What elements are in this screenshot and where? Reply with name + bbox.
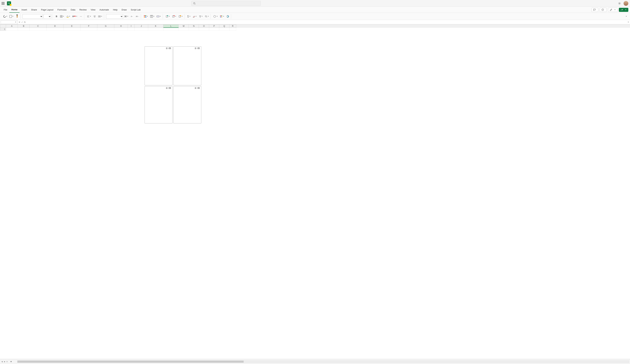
ribbon-tab-insert[interactable]: Insert — [20, 7, 29, 13]
multiselect-icon[interactable]: ☰ — [195, 47, 196, 50]
ribbon-expand-button[interactable]: ▼ — [624, 14, 628, 18]
ribbon-tab-help[interactable]: Help — [111, 7, 120, 13]
slicer-customergroup[interactable]: ☰⌫ — [173, 46, 201, 85]
undo-button[interactable]: ▼ — [3, 14, 8, 18]
ribbon-tab-page-layout[interactable]: Page Layout — [39, 7, 55, 13]
col-header-R[interactable]: R — [230, 24, 236, 28]
autosum-button[interactable]: Σ▼ — [186, 14, 191, 18]
cell[interactable] — [18, 28, 30, 31]
clear-button[interactable]: ▼ — [192, 14, 198, 18]
cell[interactable] — [128, 28, 134, 31]
col-header-M[interactable]: M — [178, 24, 189, 28]
sort-filter-button[interactable]: ▼ — [198, 14, 204, 18]
format-painter-button[interactable] — [15, 14, 19, 18]
addins-button[interactable]: ▼ — [219, 14, 225, 18]
cell[interactable] — [80, 28, 97, 31]
comments-button[interactable] — [592, 8, 598, 12]
ribbon-tab-data[interactable]: Data — [69, 7, 77, 13]
clear-filter-icon[interactable]: ⌫ — [197, 87, 200, 89]
col-header-E[interactable]: E — [64, 24, 80, 28]
ribbon-tab-home[interactable]: Home — [9, 7, 20, 13]
multiselect-icon[interactable]: ☰ — [166, 47, 168, 50]
sensitivity-button[interactable]: ▼ — [213, 14, 218, 18]
clear-filter-icon[interactable]: ⌫ — [168, 47, 171, 50]
search-box[interactable] — [191, 1, 261, 6]
user-avatar[interactable] — [624, 1, 628, 6]
col-header-Q[interactable]: Q — [219, 24, 230, 28]
multiselect-icon[interactable]: ☰ — [195, 87, 196, 89]
prev-sheet-icon[interactable]: ◄ — [1, 360, 3, 363]
ribbon-tab-automate[interactable]: Automate — [98, 7, 111, 13]
cell[interactable] — [164, 28, 178, 31]
cell[interactable] — [178, 28, 189, 31]
align-button[interactable]: ▼ — [86, 14, 92, 18]
app-launcher-icon[interactable] — [2, 2, 4, 5]
col-header-N[interactable]: N — [189, 24, 199, 28]
copilot-button[interactable] — [226, 14, 230, 18]
cell[interactable] — [189, 28, 199, 31]
ribbon-tab-script-lab[interactable]: Script Lab — [129, 7, 143, 13]
ribbon-tab-draw[interactable]: Draw — [120, 7, 129, 13]
decrease-decimal-button[interactable]: .0← — [130, 14, 134, 18]
col-header-H[interactable]: H — [114, 24, 128, 28]
all-sheets-icon[interactable]: ≡ — [6, 360, 8, 363]
cell[interactable] — [30, 28, 46, 31]
horizontal-scrollbar[interactable] — [17, 360, 629, 363]
fill-color-button[interactable]: ▼ — [66, 14, 71, 18]
wrap-text-button[interactable] — [92, 14, 97, 18]
cell[interactable] — [64, 28, 80, 31]
settings-icon[interactable] — [618, 2, 621, 5]
col-header-B[interactable]: B — [18, 24, 30, 28]
ribbon-tab-review[interactable]: Review — [77, 7, 89, 13]
name-box[interactable]: ▼ — [1, 20, 18, 24]
col-header-C[interactable]: C — [30, 24, 46, 28]
ribbon-tab-file[interactable]: File — [2, 7, 9, 13]
col-header-O[interactable]: O — [199, 24, 209, 28]
ribbon-tab-view[interactable]: View — [89, 7, 98, 13]
bold-button[interactable]: B — [54, 14, 59, 18]
cell[interactable] — [46, 28, 64, 31]
spreadsheet-grid[interactable]: ABCDEFGHIJKLMNOPQR 1 ☰⌫ ☰⌫ ☰⌫ ☰⌫ — [0, 24, 630, 359]
expand-formula-icon[interactable]: ▼ — [626, 21, 630, 23]
borders-button[interactable]: ▼ — [60, 14, 65, 18]
ribbon-tab-share[interactable]: Share — [29, 7, 39, 13]
share-button[interactable]: ▼ — [619, 8, 628, 12]
increase-decimal-button[interactable]: .00→ — [135, 14, 140, 18]
col-header-J[interactable]: J — [134, 24, 148, 28]
cell[interactable] — [209, 28, 219, 31]
slicer-account-category[interactable]: ☰⌫ — [144, 86, 172, 124]
col-header-L[interactable]: L — [164, 24, 178, 28]
col-header-G[interactable]: G — [97, 24, 114, 28]
col-header-D[interactable]: D — [46, 24, 64, 28]
font-size-select[interactable] — [44, 14, 51, 18]
cell[interactable] — [230, 28, 236, 31]
next-sheet-icon[interactable]: ► — [4, 360, 6, 363]
merge-button[interactable]: ▼ — [98, 14, 103, 18]
multiselect-icon[interactable]: ☰ — [166, 87, 168, 89]
number-format-select[interactable] — [106, 14, 123, 18]
cell[interactable] — [114, 28, 128, 31]
cell[interactable] — [97, 28, 114, 31]
font-color-button[interactable]: A▼ — [72, 14, 78, 18]
fx-icon[interactable]: fx — [24, 21, 26, 23]
format-cells-button[interactable]: ▼ — [178, 14, 184, 18]
cell[interactable] — [148, 28, 164, 31]
confirm-formula-icon[interactable]: ✓ — [21, 21, 23, 23]
clear-filter-icon[interactable]: ⌫ — [197, 47, 200, 50]
cell[interactable] — [6, 28, 18, 31]
col-header-I[interactable]: I — [128, 24, 134, 28]
slicer-department[interactable]: ☰⌫ — [144, 46, 172, 85]
cell[interactable] — [199, 28, 209, 31]
paste-button[interactable]: ▼ — [9, 14, 14, 18]
cell[interactable] — [134, 28, 148, 31]
catchup-button[interactable] — [600, 8, 607, 12]
cancel-formula-icon[interactable]: ✕ — [18, 21, 20, 23]
formula-input[interactable] — [26, 20, 626, 24]
search-input[interactable] — [197, 2, 259, 4]
add-sheet-button[interactable]: + — [9, 360, 13, 363]
cell-styles-button[interactable]: ▼ — [156, 14, 162, 18]
delete-cells-button[interactable]: ▼ — [171, 14, 177, 18]
editing-mode-button[interactable]: ▼ — [608, 8, 618, 12]
more-font-button[interactable]: ⋯ — [79, 14, 83, 18]
select-all-corner[interactable] — [0, 24, 6, 28]
